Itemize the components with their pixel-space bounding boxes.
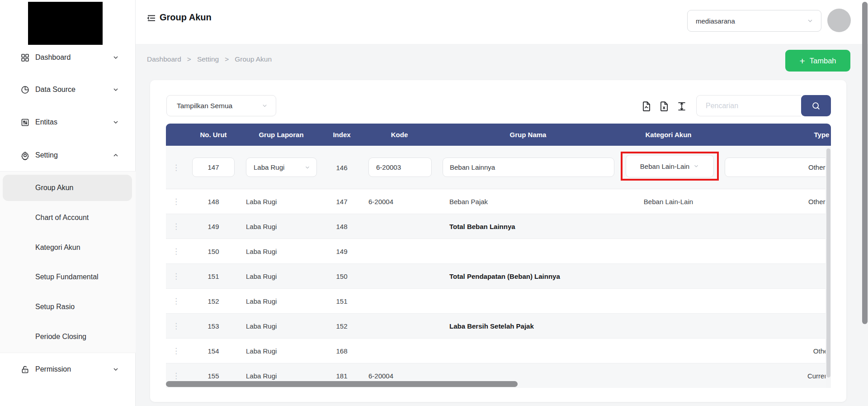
grup-laporan-select[interactable]: Laba Rugi bbox=[246, 158, 317, 177]
table-vertical-scrollbar bbox=[826, 146, 831, 388]
sidebar-item-setting[interactable]: Setting bbox=[0, 146, 136, 164]
cell-type-akun: Other Asset bbox=[718, 339, 831, 363]
chevron-down-icon bbox=[112, 119, 119, 126]
sidebar-item-setup-fundamental[interactable]: Setup Fundamental bbox=[0, 268, 136, 286]
drag-handle-icon[interactable]: ⋮ bbox=[166, 214, 186, 239]
breadcrumb-item-dashboard[interactable]: Dashboard bbox=[147, 55, 181, 63]
cell-index: 150 bbox=[322, 264, 362, 288]
table-horizontal-scrollbar-thumb[interactable] bbox=[166, 381, 518, 387]
kode-input[interactable]: 6-20003 bbox=[368, 158, 432, 177]
app-window: Dashboard Data Source Entitas bbox=[0, 0, 868, 406]
plus-icon: + bbox=[800, 56, 805, 66]
table-row: ⋮ 149 Laba Rugi 148 Total Beban Lainnya bbox=[166, 214, 831, 239]
filter-select-value: Tampilkan Semua bbox=[177, 102, 232, 110]
sidebar-item-entitas[interactable]: Entitas bbox=[0, 113, 136, 131]
drag-handle-icon[interactable]: ⋮ bbox=[166, 289, 186, 313]
sidebar-item-periode-closing[interactable]: Periode Closing bbox=[0, 328, 136, 346]
cell-kategori-akun bbox=[619, 289, 718, 313]
cell-grup-laporan: Laba Rugi bbox=[241, 264, 322, 288]
table-row: ⋮ 148 Laba Rugi 147 6-20004 Beban Pajak … bbox=[166, 189, 831, 214]
chevron-down-icon bbox=[261, 102, 268, 109]
company-selector[interactable]: mediasarana bbox=[687, 10, 821, 32]
highlight-box: Beban Lain-Lain bbox=[621, 152, 719, 181]
cell-no-urut: 150 bbox=[186, 239, 241, 263]
chevron-down-icon bbox=[807, 17, 814, 24]
cell-kode bbox=[362, 314, 437, 338]
pie-chart-icon bbox=[20, 85, 30, 95]
drag-handle-icon[interactable]: ⋮ bbox=[166, 189, 186, 214]
sidebar-collapse-icon[interactable] bbox=[146, 13, 157, 24]
page-scrollbar-thumb[interactable] bbox=[862, 2, 868, 324]
no-urut-input[interactable]: 147 bbox=[192, 158, 235, 177]
company-selector-value: mediasarana bbox=[696, 17, 735, 25]
cell-kategori-akun bbox=[619, 363, 718, 388]
search-input[interactable] bbox=[706, 102, 792, 110]
kategori-akun-select-value: Beban Lain-Lain bbox=[640, 162, 689, 170]
drag-handle-icon[interactable]: ⋮ bbox=[166, 239, 186, 263]
sidebar-item-label: Setup Rasio bbox=[35, 303, 75, 311]
column-header-grup-nama: Grup Nama bbox=[437, 124, 619, 146]
cell-grup-laporan: Laba Rugi bbox=[241, 214, 322, 239]
cell-index: 149 bbox=[322, 239, 362, 263]
cell-index: 148 bbox=[322, 214, 362, 239]
pdf-export-icon[interactable] bbox=[641, 100, 652, 112]
add-button[interactable]: + Tambah bbox=[785, 50, 850, 72]
table-edit-row: ⋮ 147 Laba Rugi 146 6-20003 Beban Lainny… bbox=[166, 146, 831, 189]
sliders-icon bbox=[20, 117, 30, 127]
drag-handle-icon[interactable]: ⋮ bbox=[166, 339, 186, 363]
table-vertical-scrollbar-thumb[interactable] bbox=[826, 148, 830, 377]
drag-handle-icon[interactable]: ⋮ bbox=[166, 146, 186, 189]
sidebar-item-label: Setting bbox=[35, 151, 58, 159]
table-row: ⋮ 153 Laba Rugi 152 Laba Bersih Setelah … bbox=[166, 314, 831, 339]
cell-kategori-akun bbox=[619, 339, 718, 363]
sidebar-item-setup-rasio[interactable]: Setup Rasio bbox=[0, 298, 136, 316]
sidebar-item-chart-of-account[interactable]: Chart of Account bbox=[0, 209, 136, 227]
grup-laporan-select-value: Laba Rugi bbox=[254, 163, 284, 171]
cell-grup-nama bbox=[437, 239, 619, 263]
cell-no-urut: 149 bbox=[186, 214, 241, 239]
breadcrumb-item-setting[interactable]: Setting bbox=[197, 55, 219, 63]
page-title: Group Akun bbox=[160, 12, 212, 23]
column-header-grup-laporan: Grup Laporan bbox=[241, 124, 322, 146]
text-height-icon[interactable] bbox=[676, 100, 688, 112]
sidebar-item-label: Data Source bbox=[35, 86, 75, 94]
sidebar-item-data-source[interactable]: Data Source bbox=[0, 81, 136, 99]
dashboard-grid-icon bbox=[20, 53, 30, 62]
table-row: ⋮ 150 Laba Rugi 149 bbox=[166, 239, 831, 264]
cell-index: 168 bbox=[322, 339, 362, 363]
cell-type-akun bbox=[718, 314, 831, 338]
cell-kode bbox=[362, 264, 437, 288]
content-card: Tampilkan Semua No. Urut G bbox=[150, 80, 846, 402]
cell-kode bbox=[362, 289, 437, 313]
sidebar-item-permission[interactable]: Permission bbox=[0, 360, 136, 378]
column-header-kategori-akun: Kategori Akun bbox=[619, 124, 718, 146]
filter-select[interactable]: Tampilkan Semua bbox=[166, 95, 276, 116]
cell-grup-laporan: Laba Rugi bbox=[241, 289, 322, 313]
type-akun-input[interactable]: Other Expense bbox=[725, 158, 831, 177]
column-header-handle bbox=[166, 124, 186, 146]
drag-handle-icon[interactable]: ⋮ bbox=[166, 264, 186, 288]
cell-type-akun: Current Liability bbox=[718, 363, 831, 388]
breadcrumb: Dashboard > Setting > Group Akun bbox=[147, 55, 272, 63]
cell-no-urut: 152 bbox=[186, 289, 241, 313]
avatar[interactable] bbox=[827, 9, 851, 32]
lock-icon bbox=[20, 364, 30, 374]
cell-type-akun bbox=[718, 264, 831, 288]
cell-kategori-akun bbox=[619, 239, 718, 263]
cell-no-urut: 151 bbox=[186, 264, 241, 288]
table-row: ⋮ 154 Laba Rugi 168 Other Asset bbox=[166, 339, 831, 363]
chevron-down-icon bbox=[112, 366, 119, 373]
sidebar-item-dashboard[interactable]: Dashboard bbox=[0, 48, 136, 67]
table-row: ⋮ 151 Laba Rugi 150 Total Pendapatan (Be… bbox=[166, 264, 831, 289]
search-button[interactable] bbox=[801, 95, 831, 116]
cell-grup-nama: Total Beban Lainnya bbox=[437, 214, 619, 239]
kategori-akun-select[interactable]: Beban Lain-Lain bbox=[626, 155, 714, 177]
sidebar-item-kategori-akun[interactable]: Kategori Akun bbox=[0, 239, 136, 257]
cell-grup-laporan: Laba Rugi bbox=[241, 314, 322, 338]
drag-handle-icon[interactable]: ⋮ bbox=[166, 314, 186, 338]
cell-kode bbox=[362, 214, 437, 239]
sidebar-item-group-akun[interactable]: Group Akun bbox=[3, 175, 132, 201]
cell-grup-nama bbox=[437, 339, 619, 363]
excel-export-icon[interactable] bbox=[658, 100, 670, 112]
grup-nama-input[interactable]: Beban Lainnya bbox=[443, 158, 614, 177]
